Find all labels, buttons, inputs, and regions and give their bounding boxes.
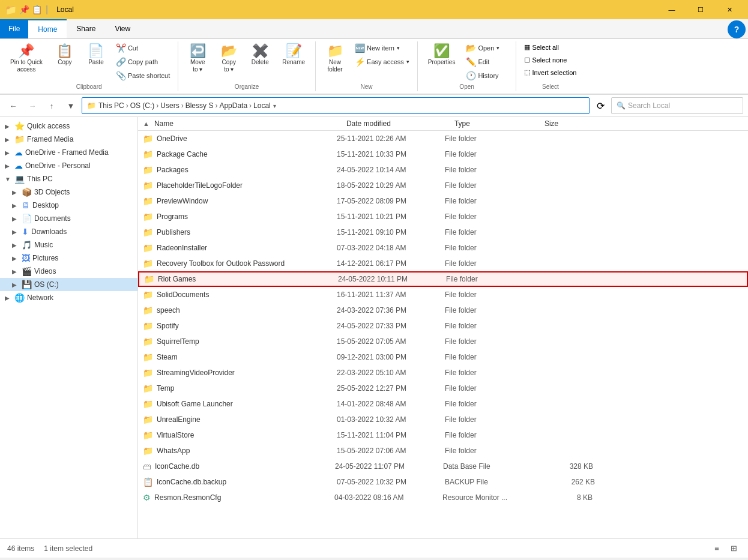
address-bar[interactable]: 📁 This PC › OS (C:) › Users › Blessy S ›… <box>82 97 590 114</box>
new-item-button[interactable]: 🆕 New item ▾ <box>352 41 412 55</box>
maximize-button[interactable]: ☐ <box>687 0 714 19</box>
rename-button[interactable]: 📝 Rename <box>277 41 310 69</box>
sidebar-item-videos[interactable]: ▶ 🎬 Videos <box>0 265 137 278</box>
file-row[interactable]: 🗃IconCache.db24-05-2022 11:07 PMData Bas… <box>138 459 748 474</box>
sidebar-item-quick-access[interactable]: ▶ ⭐ Quick access <box>0 119 137 133</box>
sidebar-item-music[interactable]: ▶ 🎵 Music <box>0 238 137 251</box>
sidebar-item-network[interactable]: ▶ 🌐 Network <box>0 291 137 304</box>
file-row[interactable]: 📁UnrealEngine01-03-2022 10:32 AMFile fol… <box>138 412 748 427</box>
col-header-type[interactable]: Type <box>454 119 544 128</box>
onedrive-personal-icon: ☁ <box>14 161 23 170</box>
file-row[interactable]: 📋IconCache.db.backup07-05-2022 10:32 PMB… <box>138 474 748 490</box>
file-type: File folder <box>445 166 535 174</box>
sidebar-item-this-pc[interactable]: ▼ 💻 This PC <box>0 172 137 185</box>
tab-file[interactable]: File <box>0 19 28 38</box>
file-row[interactable]: 📁Riot Games24-05-2022 10:11 PMFile folde… <box>138 271 748 287</box>
sidebar-item-onedrive-framed[interactable]: ▶ ☁ OneDrive - Framed Media <box>0 146 137 159</box>
new-folder-button[interactable]: 📁 Newfolder <box>321 41 349 76</box>
sidebar-label-videos: Videos <box>34 267 56 275</box>
copy-to-button[interactable]: 📂 Copyto ▾ <box>214 41 243 76</box>
edit-button[interactable]: ✏️ Edit <box>463 55 511 68</box>
back-button[interactable]: ← <box>5 97 22 114</box>
crumb-os-c[interactable]: OS (C:) <box>130 101 155 110</box>
crumb-this-pc[interactable]: This PC <box>98 101 124 110</box>
select-all-button[interactable]: ▦ Select all <box>521 41 579 53</box>
file-row[interactable]: 📁Spotify24-05-2022 07:33 PMFile folder <box>138 318 748 334</box>
file-row[interactable]: 📁Package Cache15-11-2021 10:33 PMFile fo… <box>138 146 748 162</box>
file-row[interactable]: ⚙Resmon.ResmonCfg04-03-2022 08:16 AMReso… <box>138 490 748 505</box>
paste-shortcut-button[interactable]: 📎 Paste shortcut <box>113 69 173 82</box>
clipboard-items: 📌 Pin to Quick access 📋 Copy 📄 Paste ✂️ <box>5 41 173 82</box>
easy-access-button[interactable]: ⚡ Easy access ▾ <box>352 55 412 68</box>
sidebar-item-3d-objects[interactable]: ▶ 📦 3D Objects <box>0 185 137 199</box>
clipboard-label: Clipboard <box>76 83 102 91</box>
paste-button[interactable]: 📄 Paste <box>82 41 110 69</box>
delete-button[interactable]: ✖️ Delete <box>246 41 274 69</box>
crumb-blessy[interactable]: Blessy S <box>185 101 214 110</box>
col-header-name[interactable]: Name <box>154 119 346 128</box>
file-row[interactable]: 📁VirtualStore15-11-2021 11:04 PMFile fol… <box>138 427 748 443</box>
file-row[interactable]: 📁Recovery Toolbox for Outlook Password14… <box>138 256 748 271</box>
file-row[interactable]: 📁speech24-03-2022 07:36 PMFile folder <box>138 303 748 318</box>
crumb-users[interactable]: Users <box>160 101 179 110</box>
desktop-icon: 🖥 <box>22 200 30 210</box>
file-row[interactable]: 📁PlaceholderTileLogoFolder18-05-2022 10:… <box>138 178 748 193</box>
select-none-button[interactable]: ▢ Select none <box>521 54 579 65</box>
sidebar-item-onedrive-personal[interactable]: ▶ ☁ OneDrive - Personal <box>0 159 137 172</box>
invert-selection-button[interactable]: ⬚ Invert selection <box>521 67 579 78</box>
forward-button[interactable]: → <box>24 97 41 114</box>
file-date: 15-11-2021 10:33 PM <box>337 150 445 158</box>
file-row[interactable]: 📁Publishers15-11-2021 09:10 PMFile folde… <box>138 224 748 240</box>
sidebar-item-downloads[interactable]: ▶ ⬇ Downloads <box>0 225 137 238</box>
cut-button[interactable]: ✂️ Cut <box>113 41 173 55</box>
properties-button[interactable]: ✅ Properties <box>423 41 461 69</box>
sidebar-item-os-c[interactable]: ▶ 💾 OS (C:) <box>0 278 137 291</box>
sidebar-item-pictures[interactable]: ▶ 🖼 Pictures <box>0 251 137 265</box>
sidebar-item-framed-media[interactable]: ▶ 📁 Framed Media <box>0 133 137 146</box>
up-button[interactable]: ↑ <box>43 97 60 114</box>
file-date: 24-03-2022 07:36 PM <box>337 306 445 315</box>
details-view-button[interactable]: ≡ <box>710 541 724 556</box>
file-row[interactable]: 📁Packages24-05-2022 10:14 AMFile folder <box>138 162 748 178</box>
folder-icon: 📁 <box>143 384 153 393</box>
pin-to-quick-access-button[interactable]: 📌 Pin to Quick access <box>5 41 48 76</box>
file-row[interactable]: 📁PreviewWindow17-05-2022 08:09 PMFile fo… <box>138 193 748 209</box>
copy-button[interactable]: 📋 Copy <box>50 41 79 69</box>
file-row[interactable]: 📁WhatsApp15-05-2022 07:06 AMFile folder <box>138 443 748 459</box>
file-row[interactable]: 📁Ubisoft Game Launcher14-01-2022 08:48 A… <box>138 396 748 412</box>
sidebar-item-documents[interactable]: ▶ 📄 Documents <box>0 212 137 225</box>
tab-view[interactable]: View <box>105 19 140 38</box>
easy-access-icon: ⚡ <box>355 57 364 67</box>
tab-share[interactable]: Share <box>67 19 105 38</box>
sidebar-item-desktop[interactable]: ▶ 🖥 Desktop <box>0 199 137 212</box>
open-button[interactable]: 📂 Open ▾ <box>463 41 511 55</box>
file-row[interactable]: 📁Steam09-12-2021 03:00 PMFile folder <box>138 349 748 365</box>
file-row[interactable]: 📁SquirrelTemp15-05-2022 07:05 AMFile fol… <box>138 334 748 349</box>
breadcrumb-expand[interactable]: ▾ <box>273 103 276 109</box>
minimize-button[interactable]: — <box>658 0 686 19</box>
crumb-local[interactable]: Local <box>253 101 271 110</box>
history-button[interactable]: 🕐 History <box>463 69 511 82</box>
file-list[interactable]: 📁OneDrive25-11-2021 02:26 AMFile folder📁… <box>138 131 748 538</box>
tab-home[interactable]: Home <box>28 19 67 38</box>
col-header-date[interactable]: Date modified <box>346 119 454 128</box>
file-row[interactable]: 📁RadeonInstaller07-03-2022 04:18 AMFile … <box>138 240 748 256</box>
recent-locations-button[interactable]: ▼ <box>62 97 79 114</box>
file-row[interactable]: 📁Temp25-05-2022 12:27 PMFile folder <box>138 381 748 396</box>
file-row[interactable]: 📁StreamingVideoProvider22-03-2022 05:10 … <box>138 365 748 381</box>
expand-icon: ▶ <box>12 215 19 222</box>
col-header-size[interactable]: Size <box>544 119 605 128</box>
refresh-button[interactable]: ⟳ <box>592 97 609 114</box>
col-collapse-icon: ▲ <box>143 120 149 127</box>
crumb-appdata[interactable]: AppData <box>219 101 247 110</box>
file-row[interactable]: 📁SolidDocuments16-11-2021 11:37 AMFile f… <box>138 287 748 303</box>
file-row[interactable]: 📁OneDrive25-11-2021 02:26 AMFile folder <box>138 131 748 146</box>
large-icons-button[interactable]: ⊞ <box>726 541 741 556</box>
copy-path-button[interactable]: 🔗 Copy path <box>113 55 173 68</box>
file-row[interactable]: 📁Programs15-11-2021 10:21 PMFile folder <box>138 209 748 224</box>
close-button[interactable]: ✕ <box>716 0 743 19</box>
search-box[interactable]: 🔍 Search Local <box>611 97 743 114</box>
move-to-button[interactable]: ↩️ Moveto ▾ <box>183 41 212 76</box>
help-button[interactable]: ? <box>728 20 746 38</box>
framed-media-icon: 📁 <box>14 134 25 144</box>
